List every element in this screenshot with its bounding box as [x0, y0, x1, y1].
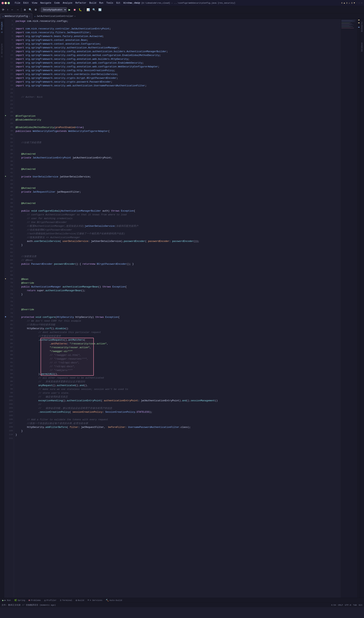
menu-bar: File Edit View Navigate Code Analyze Ref…	[14, 1, 141, 5]
indent-status[interactable]: Tab	[353, 604, 357, 606]
code-content[interactable]: package com.nick.ressecurity.configs; im…	[14, 19, 341, 598]
spring-tab[interactable]: 🌿 Spring	[13, 598, 27, 603]
tab-close-2[interactable]: ✕	[74, 15, 76, 17]
code-line-4: import com.nick.ressecurity.filters.JwtR…	[14, 31, 341, 35]
code-line-96: // 所有其他请求需要经过认证才能访问	[14, 380, 341, 384]
toolbar-forward[interactable]: →	[15, 8, 20, 12]
ln-4: 4	[4, 30, 14, 34]
tab-label-2: JwtAuthenticationController	[37, 15, 73, 18]
build-tab[interactable]: ⚙ Build	[74, 598, 86, 603]
title-close[interactable]: ✕	[361, 1, 363, 4]
ln-45: 45	[4, 186, 14, 190]
ln-29: 29	[4, 125, 14, 129]
ln-18: 18	[4, 83, 14, 87]
terminal-tab-label: Terminal	[62, 599, 72, 602]
encoding-status[interactable]: UTF-8	[345, 604, 351, 606]
ln-5: 5	[4, 34, 14, 38]
services-tab[interactable]: ≡ ≡ Services	[86, 598, 104, 603]
line-numbers: 1 2 3 4 5 6 7 8 9 10 11 12 13 14 15 16 1…	[4, 19, 14, 440]
autobuild-tab[interactable]: 🔨 Auto-build	[104, 598, 124, 603]
ln-6: 6	[4, 38, 14, 42]
database-panel-tab[interactable]: Database	[360, 41, 364, 53]
code-line-98: // make sure we use stateless session; s…	[14, 387, 341, 391]
project-panel-tab[interactable]: 1: Project	[0, 20, 4, 35]
menu-view[interactable]: View	[31, 1, 39, 5]
ln-96: 96	[4, 379, 14, 383]
ln-36: 36	[4, 152, 14, 155]
toolbar-back[interactable]: ←	[10, 8, 15, 12]
code-line-88: "/swagger-ui/**"	[14, 349, 341, 353]
code-line-62	[14, 251, 341, 255]
ln-12: 12	[4, 61, 14, 64]
run-button[interactable]: ▶	[67, 8, 72, 12]
ln-111: 111	[4, 437, 14, 440]
code-line-2	[14, 23, 341, 27]
ln-110: 110	[4, 433, 14, 437]
toolbar-search2[interactable]: 🔍	[91, 8, 97, 12]
toolbar-settings[interactable]: ⚙	[34, 8, 38, 12]
profiler-tab[interactable]: ◎ Profiler	[43, 598, 58, 603]
stop-button[interactable]: ⏹	[72, 8, 77, 12]
code-line-34	[14, 145, 341, 148]
menu-tools[interactable]: Tools	[105, 1, 115, 5]
code-line-105	[14, 414, 341, 418]
ln-22: 22	[4, 99, 14, 103]
tab-websecurityconfig[interactable]: ☕ WebSecurityConfig ✕	[0, 13, 32, 19]
toolbar-add[interactable]: ⊕	[23, 8, 27, 12]
code-line-15: import org.springframework.security.core…	[14, 73, 341, 76]
sep2	[39, 8, 39, 12]
terminal-tab[interactable]: ≥ Terminal	[58, 598, 74, 603]
toolbar-translate[interactable]: 🔄	[97, 8, 103, 12]
ln-91: 91	[4, 360, 14, 364]
code-line-85: .authorizeRequests().antMatchers(	[14, 338, 341, 342]
menu-navigate[interactable]: Navigate	[39, 1, 52, 5]
code-line-99: // store user's state.	[14, 391, 341, 395]
ln-84: 84	[4, 334, 14, 338]
toolbar-profile[interactable]: 📊	[86, 8, 91, 12]
bookmark-icon-69: ●	[5, 277, 6, 281]
ln-26: ● 26	[4, 114, 14, 118]
menu-run[interactable]: Run	[98, 1, 104, 5]
line-ending-status[interactable]: CRLF	[338, 604, 343, 606]
maximize-button[interactable]	[8, 2, 10, 4]
close-button[interactable]	[1, 2, 4, 4]
code-line-51: public void configureGlobal(Authenticati…	[14, 209, 341, 213]
menu-code[interactable]: Code	[53, 1, 61, 5]
cursor-position[interactable]: 4:54	[331, 604, 336, 606]
toolbar-sync[interactable]: ⟳	[1, 8, 5, 12]
git-status[interactable]: Git	[359, 604, 363, 606]
structure-panel-tab[interactable]: 2: Structure	[0, 42, 4, 59]
ln-97: 97	[4, 383, 14, 387]
ln-105: 105	[4, 414, 14, 417]
ln-8: 8	[4, 46, 14, 49]
ln-98: 98	[4, 387, 14, 391]
run-tab[interactable]: ▶ ▶ Run	[1, 598, 12, 603]
minimize-button[interactable]	[5, 2, 7, 4]
menu-analyze[interactable]: Analyze	[62, 1, 73, 5]
tab-jwtcontroller[interactable]: ☕ JwtAuthenticationController ✕	[32, 13, 78, 19]
toolbar-up[interactable]: ↑	[6, 8, 9, 12]
menu-refactor[interactable]: Refactor	[74, 1, 88, 5]
title-max[interactable]: □	[359, 2, 360, 4]
code-line-61	[14, 247, 341, 251]
java-icon-1: ☕	[2, 15, 4, 17]
menu-build[interactable]: Build	[88, 1, 97, 5]
tab-close-1[interactable]: ✕	[29, 15, 30, 17]
warn-stripe-1	[358, 20, 360, 20]
code-line-32	[14, 137, 341, 141]
code-line-55: //配置AuthenticationManager,使其知道从何处(jwtUse…	[14, 224, 341, 228]
title-min[interactable]: −	[356, 2, 357, 4]
right-panel-tabs: Bookmarks Database	[360, 19, 364, 598]
problems-tab[interactable]: ⊕ Problems	[27, 598, 42, 603]
menu-edit[interactable]: Edit	[22, 1, 30, 5]
run-config-dropdown[interactable]: SecurityApplication	[41, 7, 67, 12]
code-line-67	[14, 270, 341, 274]
debug-button[interactable]: 🐛	[78, 8, 83, 12]
toolbar-search[interactable]: 🔍	[28, 8, 33, 12]
spring-tab-icon: 🌿	[14, 599, 17, 602]
bookmarks-panel-tab[interactable]: Bookmarks	[360, 20, 364, 33]
ln-7: 7	[4, 42, 14, 46]
code-line-42: private UserDetailsService jwtUserDetail…	[14, 175, 341, 179]
menu-file[interactable]: File	[14, 1, 21, 5]
menu-git[interactable]: Git	[115, 1, 122, 5]
